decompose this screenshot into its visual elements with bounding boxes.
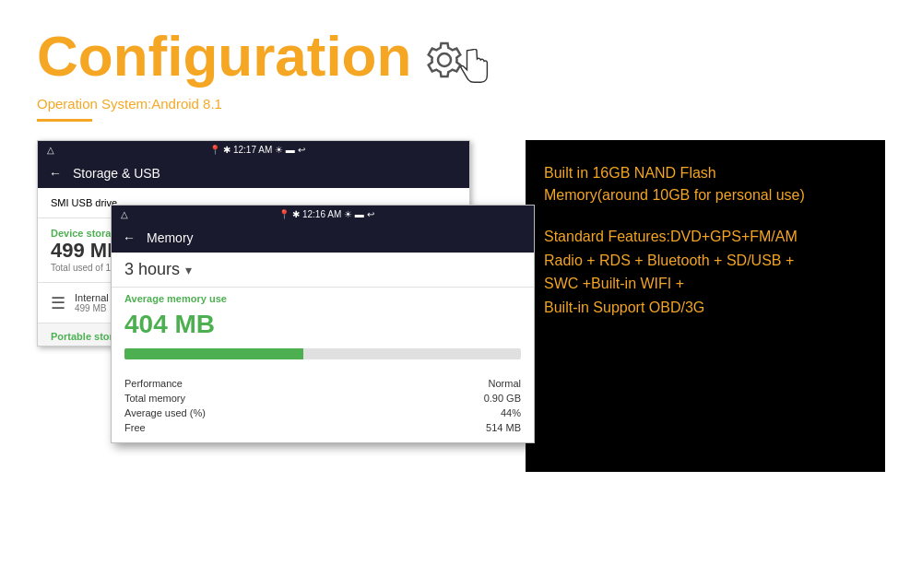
- statusbar-left-back: △: [47, 145, 54, 155]
- back-arrow-back[interactable]: ←: [49, 166, 62, 181]
- stat-row-0: Performance Normal: [124, 376, 521, 391]
- stat-row-1: Total memory 0.90 GB: [124, 391, 521, 406]
- statusbar-front: △ 📍 ✱ 12:16 AM ☀ ▬ ↩: [112, 206, 534, 223]
- avg-label: Average memory use: [112, 288, 534, 306]
- brightness-icon-front: ☀: [344, 209, 352, 219]
- hours-label: 3 hours: [124, 260, 180, 279]
- stat-label-2: Average used (%): [124, 407, 206, 418]
- back-icon-front: ↩: [367, 209, 374, 219]
- page-title: Configuration: [37, 28, 411, 85]
- subtitle: Operation System:Android 8.1: [0, 96, 922, 112]
- time-front: 12:16 AM: [302, 209, 341, 219]
- statusbar-time-back: 📍 ✱ 12:17 AM ☀ ▬ ↩: [209, 145, 304, 155]
- brightness-icon: ☀: [275, 145, 283, 155]
- bt-icon: ✱: [223, 145, 230, 155]
- home-icon: △: [47, 145, 54, 155]
- screenshots-area: △ 📍 ✱ 12:17 AM ☀ ▬ ↩ ← Storage & USB SMI: [37, 140, 498, 472]
- progress-bar-container: [112, 343, 534, 369]
- page-header: Configuration: [0, 0, 922, 94]
- back-icon: ↩: [298, 145, 305, 155]
- divider-line: [37, 119, 92, 122]
- stat-label-1: Total memory: [124, 393, 185, 404]
- info-text-2: Standard Features:DVD+GPS+FM/AMRadio + R…: [544, 225, 867, 319]
- memory-size: 404 MB: [112, 306, 534, 343]
- gear-cursor-group: [422, 34, 492, 86]
- progress-bar-fill: [124, 348, 303, 359]
- statusbar-left-front: △: [121, 209, 128, 219]
- statusbar-time-front: 📍 ✱ 12:16 AM ☀ ▬ ↩: [278, 209, 373, 219]
- topbar-back: ← Storage & USB: [38, 159, 469, 188]
- statusbar-back: △ 📍 ✱ 12:17 AM ☀ ▬ ↩: [38, 141, 469, 159]
- info-box: Built in 16GB NAND FlashMemory(around 10…: [526, 140, 885, 472]
- progress-bar-bg: [124, 348, 521, 359]
- pin-icon-front: 📍: [278, 209, 290, 219]
- pin-icon: 📍: [209, 145, 220, 155]
- info-text-1: Built in 16GB NAND FlashMemory(around 10…: [544, 162, 867, 206]
- window-icon-front: ▬: [355, 209, 364, 219]
- home-icon-front: △: [121, 209, 128, 219]
- stat-row-3: Free 514 MB: [124, 420, 521, 435]
- stat-val-1: 0.90 GB: [484, 393, 521, 404]
- smi-label: SMI USB drive: [51, 197, 117, 208]
- time-back: 12:17 AM: [233, 145, 272, 155]
- cursor-icon: [459, 49, 492, 86]
- dropdown-arrow-icon[interactable]: ▾: [185, 263, 192, 277]
- internal-size: 499 MB: [75, 303, 109, 313]
- stats-section: Performance Normal Total memory 0.90 GB …: [112, 369, 534, 442]
- stat-label-0: Performance: [124, 378, 183, 389]
- topbar-title-back: Storage & USB: [73, 166, 160, 181]
- content-area: △ 📍 ✱ 12:17 AM ☀ ▬ ↩ ← Storage & USB SMI: [0, 131, 922, 472]
- back-arrow-front[interactable]: ←: [123, 230, 136, 245]
- hours-selector[interactable]: 3 hours ▾: [112, 253, 534, 288]
- stat-val-0: Normal: [489, 378, 521, 389]
- storage-item-icon: ☰: [51, 293, 65, 313]
- screenshot-memory: △ 📍 ✱ 12:16 AM ☀ ▬ ↩ ← Memory 3 hours ▾: [111, 205, 535, 443]
- window-icon: ▬: [286, 145, 295, 155]
- topbar-title-front: Memory: [147, 230, 194, 245]
- internal-label: Internal: [75, 292, 109, 303]
- internal-info: Internal 499 MB: [75, 292, 109, 313]
- topbar-front: ← Memory: [112, 223, 534, 253]
- stat-val-2: 44%: [501, 407, 521, 418]
- stat-label-3: Free: [124, 422, 146, 433]
- stat-val-3: 514 MB: [486, 422, 521, 433]
- stat-row-2: Average used (%) 44%: [124, 406, 521, 420]
- bt-icon-front: ✱: [292, 209, 300, 219]
